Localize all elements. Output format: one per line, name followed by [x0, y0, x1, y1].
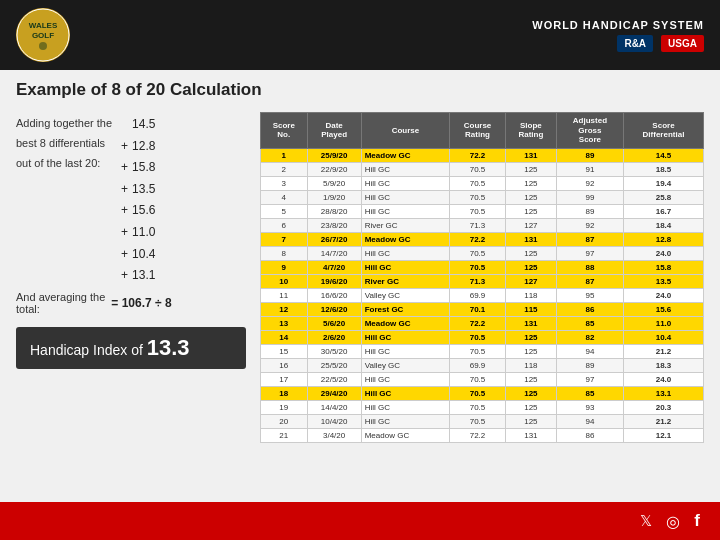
cell-diff: 18.4	[623, 218, 703, 232]
cell-cr: 70.5	[450, 386, 506, 400]
score-table: ScoreNo. DatePlayed Course CourseRating …	[260, 112, 704, 443]
cell-date: 23/8/20	[307, 218, 361, 232]
cell-ags: 87	[556, 232, 623, 246]
differential-row-1: 14.5	[118, 114, 162, 136]
cell-diff: 21.2	[623, 414, 703, 428]
cell-no: 1	[261, 148, 308, 162]
table-row: 3 5/9/20 Hill GC 70.5 125 92 19.4	[261, 176, 704, 190]
cell-no: 11	[261, 288, 308, 302]
cell-diff: 24.0	[623, 246, 703, 260]
cell-sr: 125	[505, 344, 556, 358]
cell-cr: 70.5	[450, 176, 506, 190]
cell-no: 10	[261, 274, 308, 288]
cell-course: Hill GC	[361, 246, 449, 260]
cell-course: Hill GC	[361, 386, 449, 400]
cell-course: Meadow GC	[361, 148, 449, 162]
cell-no: 9	[261, 260, 308, 274]
cell-date: 26/7/20	[307, 232, 361, 246]
cell-diff: 12.8	[623, 232, 703, 246]
cell-cr: 70.5	[450, 190, 506, 204]
cell-cr: 70.5	[450, 414, 506, 428]
handicap-label: Handicap Index of	[30, 342, 143, 358]
cell-date: 22/9/20	[307, 162, 361, 176]
cell-date: 1/9/20	[307, 190, 361, 204]
cell-course: Hill GC	[361, 176, 449, 190]
cell-date: 25/9/20	[307, 148, 361, 162]
cell-date: 4/7/20	[307, 260, 361, 274]
cell-ags: 97	[556, 372, 623, 386]
cell-cr: 70.5	[450, 400, 506, 414]
cell-cr: 72.2	[450, 148, 506, 162]
table-row: 2 22/9/20 Hill GC 70.5 125 91 18.5	[261, 162, 704, 176]
averaging-text: And averaging the total:	[16, 291, 105, 315]
table-row: 8 14/7/20 Hill GC 70.5 125 97 24.0	[261, 246, 704, 260]
table-row: 19 14/4/20 Hill GC 70.5 125 93 20.3	[261, 400, 704, 414]
cell-sr: 125	[505, 386, 556, 400]
cell-course: Hill GC	[361, 204, 449, 218]
table-row: 1 25/9/20 Meadow GC 72.2 131 89 14.5	[261, 148, 704, 162]
cell-sr: 115	[505, 302, 556, 316]
cell-sr: 131	[505, 148, 556, 162]
cell-sr: 131	[505, 428, 556, 442]
cell-ags: 88	[556, 260, 623, 274]
handicap-value: 13.3	[147, 335, 190, 360]
page-title: Example of 8 of 20 Calculation	[16, 80, 704, 100]
twitter-icon[interactable]: 𝕏	[640, 512, 652, 530]
table-panel: ScoreNo. DatePlayed Course CourseRating …	[260, 112, 704, 443]
table-row: 15 30/5/20 Hill GC 70.5 125 94 21.2	[261, 344, 704, 358]
cell-ags: 92	[556, 218, 623, 232]
cell-diff: 15.8	[623, 260, 703, 274]
cell-ags: 87	[556, 274, 623, 288]
cell-course: Hill GC	[361, 330, 449, 344]
wales-golf-logo: WALES GOLF	[16, 8, 70, 62]
cell-no: 14	[261, 330, 308, 344]
instagram-icon[interactable]: ◎	[666, 512, 680, 531]
cell-sr: 125	[505, 190, 556, 204]
table-row: 18 29/4/20 Hill GC 70.5 125 85 13.1	[261, 386, 704, 400]
col-score-diff: ScoreDifferential	[623, 113, 703, 149]
table-row: 4 1/9/20 Hill GC 70.5 125 99 25.8	[261, 190, 704, 204]
col-date: DatePlayed	[307, 113, 361, 149]
cell-no: 18	[261, 386, 308, 400]
cell-cr: 72.2	[450, 428, 506, 442]
cell-cr: 71.3	[450, 218, 506, 232]
cell-diff: 15.6	[623, 302, 703, 316]
left-panel: Adding together the best 8 differentials…	[16, 112, 246, 443]
svg-text:WALES: WALES	[29, 21, 58, 30]
cell-diff: 14.5	[623, 148, 703, 162]
cell-course: Hill GC	[361, 400, 449, 414]
cell-ags: 86	[556, 428, 623, 442]
cell-sr: 125	[505, 400, 556, 414]
cell-sr: 131	[505, 232, 556, 246]
differential-row-4: +13.5	[118, 179, 162, 201]
cell-cr: 70.5	[450, 372, 506, 386]
cell-cr: 70.1	[450, 302, 506, 316]
ra-logo: R&A	[617, 35, 653, 52]
cell-ags: 89	[556, 358, 623, 372]
col-course: Course	[361, 113, 449, 149]
cell-date: 22/5/20	[307, 372, 361, 386]
cell-sr: 127	[505, 274, 556, 288]
cell-course: Hill GC	[361, 190, 449, 204]
cell-date: 5/9/20	[307, 176, 361, 190]
cell-no: 7	[261, 232, 308, 246]
cell-sr: 125	[505, 372, 556, 386]
cell-sr: 125	[505, 330, 556, 344]
cell-ags: 82	[556, 330, 623, 344]
cell-diff: 13.5	[623, 274, 703, 288]
differential-row-3: +15.8	[118, 157, 162, 179]
table-row: 17 22/5/20 Hill GC 70.5 125 97 24.0	[261, 372, 704, 386]
cell-no: 5	[261, 204, 308, 218]
cell-ags: 97	[556, 246, 623, 260]
adding-text: Adding together the best 8 differentials…	[16, 114, 112, 173]
cell-sr: 131	[505, 316, 556, 330]
cell-diff: 24.0	[623, 288, 703, 302]
cell-no: 20	[261, 414, 308, 428]
cell-sr: 125	[505, 260, 556, 274]
cell-date: 16/6/20	[307, 288, 361, 302]
cell-date: 5/6/20	[307, 316, 361, 330]
col-ags: AdjustedGrossScore	[556, 113, 623, 149]
cell-course: River GC	[361, 218, 449, 232]
facebook-icon[interactable]: f	[694, 511, 700, 531]
cell-course: Hill GC	[361, 414, 449, 428]
